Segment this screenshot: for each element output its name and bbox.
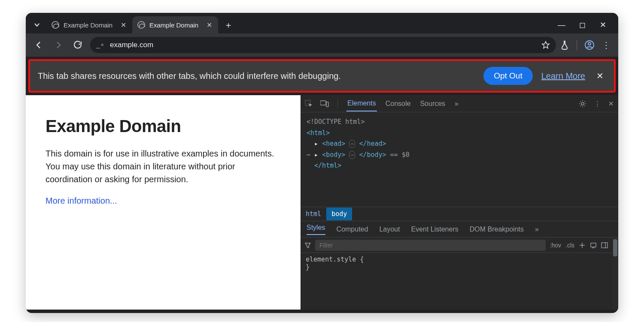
toggle-sidebar-icon[interactable] <box>601 242 608 249</box>
more-information-link[interactable]: More information... <box>46 196 117 205</box>
devtools-tab-elements[interactable]: Elements <box>346 96 377 111</box>
dom-body-close: </body> <box>359 151 386 159</box>
tab-strip: Example Domain ✕ Example Domain ✕ ＋ — ◻ … <box>26 13 618 33</box>
infobar-message: This tab shares resources with other tab… <box>38 71 475 81</box>
subtab-computed[interactable]: Computed <box>337 226 368 233</box>
tab-inactive-0[interactable]: Example Domain ✕ <box>46 16 132 33</box>
menu-button[interactable]: ⋮ <box>602 40 611 50</box>
dom-breadcrumbs: html body <box>301 207 618 221</box>
close-tab-button[interactable]: ✕ <box>119 21 127 29</box>
close-infobar-button[interactable]: ✕ <box>594 71 606 81</box>
globe-icon <box>52 21 59 29</box>
tab-active-1[interactable]: Example Domain ✕ <box>132 16 218 33</box>
new-style-rule-icon[interactable] <box>579 242 586 249</box>
dom-html-close: </html> <box>314 162 341 169</box>
styles-pane[interactable]: element.style { } <box>301 253 612 274</box>
bookmark-star-icon[interactable] <box>541 41 550 49</box>
tab-title: Example Domain <box>64 21 115 29</box>
devtools-tab-console[interactable]: Console <box>385 96 412 111</box>
maximize-button[interactable]: ◻ <box>577 20 587 30</box>
svg-rect-3 <box>320 101 326 105</box>
breadcrumb-html[interactable]: html <box>301 208 326 220</box>
dom-tree[interactable]: <!DOCTYPE html> <html> ▸ <head> ⋯ </head… <box>301 112 618 207</box>
ellipsis-icon[interactable]: ⋯ <box>349 151 355 159</box>
close-window-button[interactable]: ✕ <box>598 20 608 30</box>
window-controls: — ◻ ✕ <box>556 20 615 30</box>
dom-head-close: </head> <box>359 140 386 147</box>
element-style-open: element.style { <box>306 256 607 263</box>
subtab-more[interactable]: » <box>535 226 539 233</box>
devtools-menu-icon[interactable]: ⋮ <box>594 100 601 108</box>
profile-icon[interactable] <box>585 40 594 50</box>
devtools-toolbar: Elements Console Sources » ⋮ ✕ <box>301 95 618 112</box>
infobar-highlight: This tab shares resources with other tab… <box>26 57 618 95</box>
cls-toggle[interactable]: .cls <box>565 242 574 249</box>
learn-more-link[interactable]: Learn More <box>541 71 585 81</box>
subtab-layout[interactable]: Layout <box>379 226 400 233</box>
reload-button[interactable] <box>70 37 86 53</box>
styles-filter-row: :hov .cls <box>301 238 612 253</box>
dom-doctype: <!DOCTYPE html> <box>307 118 365 126</box>
devtools-tab-sources[interactable]: Sources <box>419 96 446 111</box>
computed-styles-icon[interactable] <box>590 242 597 249</box>
dom-html-open: <html> <box>307 129 330 137</box>
svg-rect-4 <box>326 102 328 107</box>
minimize-button[interactable]: — <box>556 20 567 30</box>
close-tab-button[interactable]: ✕ <box>205 21 213 29</box>
site-settings-icon[interactable]: ⎯⚬ <box>96 41 105 49</box>
inspect-element-icon[interactable] <box>305 100 313 108</box>
ellipsis-icon[interactable]: ⋯ <box>349 140 355 148</box>
settings-gear-icon[interactable] <box>579 100 586 108</box>
new-tab-button[interactable]: ＋ <box>222 18 235 32</box>
scrollbar-thumb[interactable] <box>613 239 617 256</box>
tab-title: Example Domain <box>149 21 201 29</box>
url-text: example.com <box>110 41 153 49</box>
back-button[interactable] <box>31 37 46 53</box>
forward-button[interactable] <box>51 37 66 53</box>
styles-tabbar: Styles Computed Layout Event Listeners D… <box>301 221 618 238</box>
svg-point-5 <box>581 102 584 105</box>
dom-body-open: <body> <box>322 151 345 159</box>
devtools-more-tabs[interactable]: » <box>454 96 459 111</box>
toolbar-divider <box>577 40 577 50</box>
page-heading: Example Domain <box>46 117 283 136</box>
svg-point-1 <box>588 42 591 45</box>
breadcrumb-body[interactable]: body <box>326 208 352 220</box>
devtools-panel: Elements Console Sources » ⋮ ✕ <!DOCTYPE… <box>301 95 618 310</box>
dom-selected-marker: == $0 <box>386 151 410 159</box>
devtools-close-icon[interactable]: ✕ <box>608 100 614 108</box>
svg-rect-6 <box>591 243 596 247</box>
opt-out-button[interactable]: Opt Out <box>483 67 533 85</box>
page-paragraph: This domain is for use in illustrative e… <box>46 147 277 186</box>
page-body: Example Domain This domain is for use in… <box>26 95 301 310</box>
address-bar[interactable]: ⎯⚬ example.com <box>90 37 556 53</box>
tab-search-button[interactable] <box>29 18 45 32</box>
dom-head-open: <head> <box>322 140 345 147</box>
styles-scrollbar[interactable] <box>612 238 618 310</box>
element-style-close: } <box>306 263 607 271</box>
debug-infobar: This tab shares resources with other tab… <box>28 59 616 93</box>
content-area: Example Domain This domain is for use in… <box>26 95 618 310</box>
subtab-styles[interactable]: Styles <box>307 224 325 235</box>
device-toggle-icon[interactable] <box>320 100 329 107</box>
svg-rect-7 <box>601 243 608 248</box>
styles-filter-input[interactable] <box>315 240 546 251</box>
browser-window: Example Domain ✕ Example Domain ✕ ＋ — ◻ … <box>26 13 618 313</box>
filter-icon <box>305 242 311 248</box>
labs-icon[interactable] <box>560 40 569 50</box>
globe-icon <box>137 21 145 29</box>
toolbar: ⎯⚬ example.com ⋮ <box>26 33 618 57</box>
subtab-dom-breakpoints[interactable]: DOM Breakpoints <box>470 226 524 233</box>
hov-toggle[interactable]: :hov <box>550 242 561 249</box>
subtab-event-listeners[interactable]: Event Listeners <box>411 226 458 233</box>
